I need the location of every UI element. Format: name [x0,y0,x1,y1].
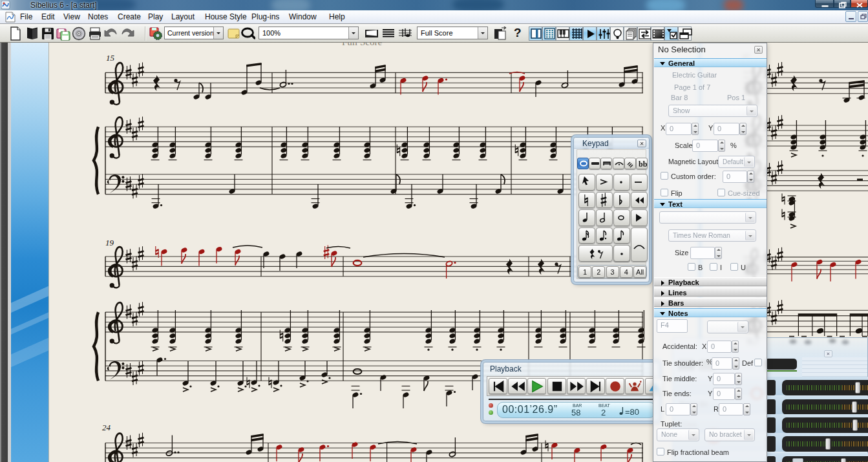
svg-text:15: 15 [106,53,115,63]
svg-text:24: 24 [102,423,111,432]
svg-text:bb: bb [639,160,648,169]
svg-text:19: 19 [105,238,114,247]
svg-text:=80: =80 [625,407,639,417]
svg-text:Full Score: Full Score [342,43,382,47]
